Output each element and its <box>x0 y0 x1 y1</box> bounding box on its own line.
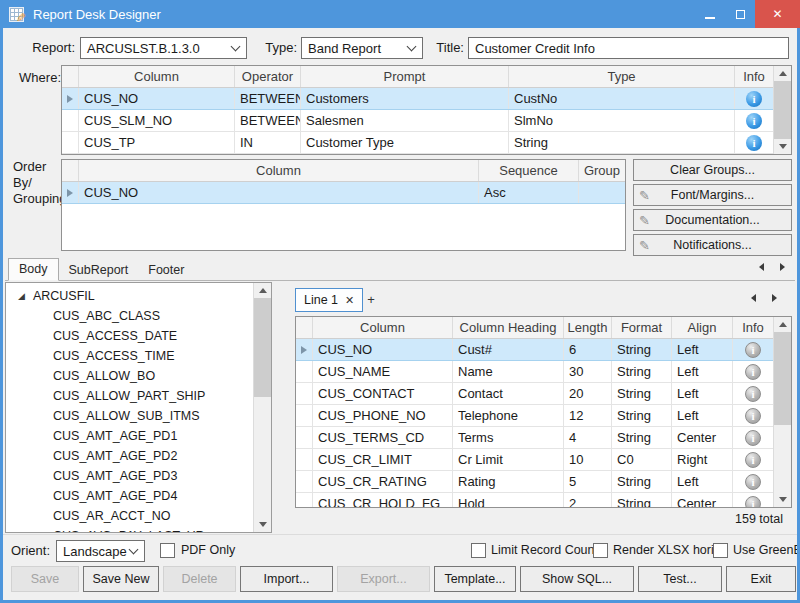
col-header-column[interactable]: Column <box>79 160 479 181</box>
cell-column[interactable]: CUS_CR_LIMIT <box>313 449 453 470</box>
cell-align[interactable]: Left <box>672 383 733 404</box>
cell-type[interactable]: String <box>509 132 735 153</box>
template-button[interactable]: Template... <box>434 566 516 592</box>
cell-length[interactable]: 10 <box>564 449 612 470</box>
cell-align[interactable]: Right <box>672 449 733 470</box>
tab-footer[interactable]: Footer <box>138 260 194 281</box>
cell-heading[interactable]: Rating <box>453 471 564 492</box>
render-xlsx-horiz-checkbox[interactable] <box>593 543 608 558</box>
cell-heading[interactable]: Cr Limit <box>453 449 564 470</box>
tree-item[interactable]: CUS_ALLOW_PART_SHIP <box>6 386 253 406</box>
tab-body[interactable]: Body <box>8 258 59 281</box>
field-row-cus-cr-rating[interactable]: CUS_CR_RATING Rating 5 String Left i <box>296 471 773 493</box>
maximize-button[interactable] <box>725 0 755 28</box>
row-selector[interactable] <box>62 132 79 153</box>
cell-format[interactable]: String <box>612 471 672 492</box>
info-icon[interactable]: i <box>745 386 761 402</box>
export-button[interactable]: Export... <box>337 566 430 592</box>
cell-prompt[interactable]: Customer Type <box>301 132 509 153</box>
info-icon[interactable]: i <box>745 364 761 380</box>
cell-column[interactable]: CUS_NO <box>313 339 453 360</box>
cell-column[interactable]: CUS_PHONE_NO <box>313 405 453 426</box>
type-dropdown[interactable]: Band Report <box>301 37 423 59</box>
tab-scroll-left-icon[interactable] <box>751 294 756 302</box>
cell-type[interactable]: CustNo <box>509 88 735 109</box>
col-header-sequence[interactable]: Sequence <box>479 160 579 181</box>
fields-grid-scrollbar[interactable] <box>773 317 791 507</box>
tree-expanded-icon[interactable]: ◢ <box>18 291 25 301</box>
cell-length[interactable]: 30 <box>564 361 612 382</box>
cell-info[interactable]: i <box>735 88 773 109</box>
scroll-down-button[interactable] <box>774 139 791 154</box>
title-input[interactable] <box>468 37 789 59</box>
cell-column[interactable]: CUS_NO <box>79 88 235 109</box>
cell-info[interactable]: i <box>735 132 773 153</box>
cell-column[interactable]: CUS_SLM_NO <box>79 110 235 131</box>
cell-format[interactable]: String <box>612 383 672 404</box>
cell-length[interactable]: 12 <box>564 405 612 426</box>
scroll-up-button[interactable] <box>774 317 791 332</box>
title-bar[interactable]: ✎ Report Desk Designer ✕ <box>0 0 800 28</box>
tree-scrollbar[interactable] <box>253 283 271 532</box>
tree-root-arcusfil[interactable]: ◢ ARCUSFIL <box>6 286 253 306</box>
cell-align[interactable]: Center <box>672 493 733 507</box>
cell-format[interactable]: String <box>612 493 672 507</box>
cell-info[interactable]: i <box>733 493 773 507</box>
cell-column[interactable]: CUS_NO <box>79 182 479 203</box>
row-selector[interactable] <box>296 449 313 470</box>
cell-format[interactable]: String <box>612 405 672 426</box>
cell-heading[interactable]: Telephone <box>453 405 564 426</box>
scrollbar-thumb[interactable] <box>774 81 791 139</box>
cell-info[interactable]: i <box>733 339 773 360</box>
cell-operator[interactable]: BETWEEN <box>235 88 301 109</box>
order-by-row-cus-no[interactable]: CUS_NO Asc <box>62 182 625 204</box>
scroll-down-button[interactable] <box>254 517 271 532</box>
cell-info[interactable]: i <box>733 405 773 426</box>
cell-info[interactable]: i <box>733 427 773 448</box>
cell-format[interactable]: String <box>612 339 672 360</box>
cell-column[interactable]: CUS_CONTACT <box>313 383 453 404</box>
col-header-column[interactable]: Column <box>79 66 235 87</box>
minimize-button[interactable] <box>695 0 725 28</box>
tab-scroll-right-icon[interactable] <box>772 294 777 302</box>
tab-subreport[interactable]: SubReport <box>59 260 139 281</box>
delete-button[interactable]: Delete <box>163 566 236 592</box>
info-icon[interactable]: i <box>745 408 761 424</box>
where-row-cus-no[interactable]: CUS_NO BETWEEN Customers CustNo i <box>62 88 773 110</box>
cell-align[interactable]: Left <box>672 471 733 492</box>
tab-scroll-right-icon[interactable] <box>780 263 785 271</box>
tree-item[interactable]: CUS_ALLOW_SUB_ITMS <box>6 406 253 426</box>
row-selector[interactable] <box>296 383 313 404</box>
add-line-tab-button[interactable]: + <box>361 292 381 307</box>
col-header-info[interactable]: Info <box>733 317 773 338</box>
field-row-cus-name[interactable]: CUS_NAME Name 30 String Left i <box>296 361 773 383</box>
cell-align[interactable]: Left <box>672 361 733 382</box>
cell-info[interactable]: i <box>733 383 773 404</box>
field-row-cus-no[interactable]: CUS_NO Cust# 6 String Left i <box>296 339 773 361</box>
col-header-length[interactable]: Length <box>564 317 612 338</box>
scrollbar-thumb[interactable] <box>774 332 791 425</box>
cell-format[interactable]: String <box>612 361 672 382</box>
cell-align[interactable]: Center <box>672 427 733 448</box>
cell-info[interactable]: i <box>735 110 773 131</box>
cell-prompt[interactable]: Customers <box>301 88 509 109</box>
info-icon[interactable]: i <box>745 452 761 468</box>
field-row-cus-cr-hold-fg[interactable]: CUS_CR_HOLD_FG Hold 2 String Center i <box>296 493 773 507</box>
tree-item[interactable]: CUS_ALLOW_BO <box>6 366 253 386</box>
cell-operator[interactable]: BETWEEN <box>235 110 301 131</box>
cell-length[interactable]: 2 <box>564 493 612 507</box>
cell-format[interactable]: String <box>612 427 672 448</box>
orient-dropdown[interactable]: Landscape <box>56 540 145 562</box>
tree-item[interactable]: CUS_AR_ACCT_NO <box>6 506 253 526</box>
cell-align[interactable]: Left <box>672 339 733 360</box>
tree-item[interactable]: CUS_AMT_AGE_PD2 <box>6 446 253 466</box>
scroll-up-button[interactable] <box>774 66 791 81</box>
close-button[interactable]: ✕ <box>755 0 800 28</box>
scroll-down-button[interactable] <box>774 492 791 507</box>
col-header-operator[interactable]: Operator <box>235 66 301 87</box>
field-row-cus-contact[interactable]: CUS_CONTACT Contact 20 String Left i <box>296 383 773 405</box>
test-button[interactable]: Test... <box>638 566 722 592</box>
cell-column[interactable]: CUS_NAME <box>313 361 453 382</box>
tree-item[interactable]: CUS_ABC_CLASS <box>6 306 253 326</box>
tree-item[interactable]: CUS_ACCESS_DATE <box>6 326 253 346</box>
